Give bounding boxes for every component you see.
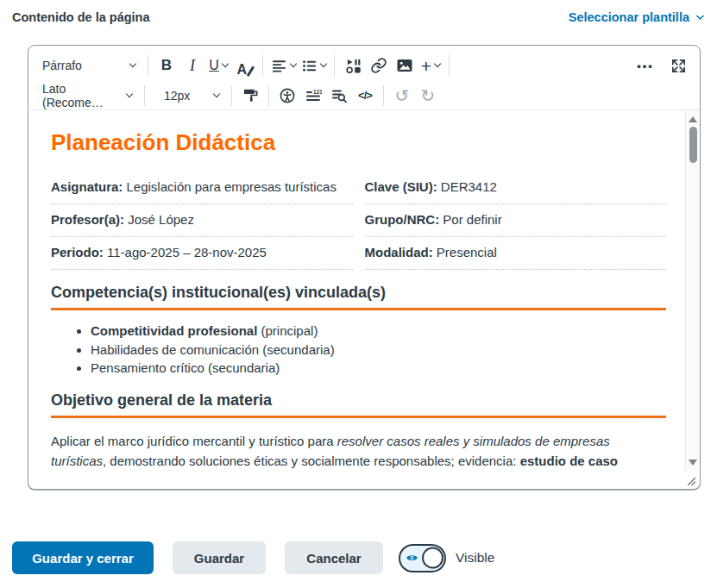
visible-toggle[interactable] <box>399 544 446 572</box>
document-content[interactable]: Planeación Didáctica Asignatura: Legisla… <box>28 110 685 471</box>
toolbar-divider <box>449 55 450 76</box>
html-editor-button[interactable]: </> <box>352 84 378 108</box>
paragraph-style-value: Párrafo <box>42 59 82 72</box>
editor-toolbar: Párrafo B I U A <box>28 46 700 110</box>
format-painter-icon <box>242 87 259 103</box>
field-label: Modalidad: <box>365 245 433 260</box>
link-button[interactable] <box>366 53 392 78</box>
chevron-down-icon <box>129 60 136 67</box>
font-size-value: 12px <box>164 89 190 103</box>
media-button[interactable] <box>340 53 366 78</box>
table-cell: Periodo: 11-ago-2025 – 28-nov-2025 <box>51 237 353 270</box>
text-color-icon <box>247 66 255 76</box>
section-heading-objetivo: Objetivo general de la materia <box>51 391 666 418</box>
field-value: José López <box>124 212 194 227</box>
document-title: Planeación Didáctica <box>51 129 666 156</box>
cancel-button[interactable]: Cancelar <box>285 541 383 574</box>
toolbar-divider <box>262 55 263 76</box>
toolbar-divider <box>268 85 269 106</box>
editor-statusbar <box>28 471 700 489</box>
find-replace-button[interactable] <box>326 84 352 108</box>
word-count-icon: 123 <box>305 87 322 104</box>
align-left-icon <box>271 58 287 74</box>
table-cell: Clave (SIU): DER3412 <box>365 172 667 204</box>
paragraph-bold-text: estudio de caso <box>520 454 618 468</box>
list-button[interactable] <box>299 53 329 78</box>
redo-button[interactable]: ↻ <box>415 84 441 108</box>
field-label: Grupo/NRC: <box>365 212 440 227</box>
toolbar-row-2: Lato (Recome… 12px <box>37 81 691 109</box>
chevron-down-icon <box>320 60 327 67</box>
accessibility-checker-button[interactable] <box>274 84 300 108</box>
toolbar-divider <box>148 55 148 76</box>
media-record-icon <box>345 58 362 74</box>
image-icon <box>396 57 413 74</box>
page-header: Contenido de la página Seleccionar plant… <box>0 0 717 31</box>
text-color-button[interactable]: A <box>231 53 257 78</box>
chevron-down-icon <box>696 11 705 20</box>
eye-icon <box>406 553 418 563</box>
toolbar-divider <box>144 85 145 106</box>
paragraph-text: , demostrando soluciones éticas y social… <box>103 454 520 468</box>
competencias-list: Competitividad profesional (principal) H… <box>91 322 666 378</box>
scrollbar-thumb[interactable] <box>689 127 697 163</box>
more-options-button[interactable]: ••• <box>632 53 658 78</box>
table-cell: Modalidad: Presencial <box>365 237 667 270</box>
underline-icon: U <box>209 58 219 73</box>
footer-actions: Guardar y cerrar Guardar Cancelar Visibl… <box>12 541 494 574</box>
list-item: Competitividad profesional (principal) <box>91 322 666 341</box>
page: Contenido de la página Seleccionar plant… <box>0 0 717 588</box>
link-icon <box>370 57 387 74</box>
paragraph-text: Aplicar el marco jurídico mercantil y tu… <box>51 434 337 448</box>
resize-handle[interactable] <box>687 477 696 486</box>
list-item: Habilidades de comunicación (secundaria) <box>91 341 666 360</box>
save-and-close-button[interactable]: Guardar y cerrar <box>12 541 154 574</box>
plus-icon: + <box>421 57 431 75</box>
document-search-icon <box>330 87 348 104</box>
accessibility-icon <box>279 87 296 104</box>
field-label: Profesor(a): <box>51 212 124 227</box>
toolbar-divider <box>334 55 335 76</box>
scroll-up-arrow[interactable] <box>689 116 697 122</box>
chevron-down-icon <box>290 60 297 67</box>
insert-button[interactable]: + <box>418 53 443 78</box>
word-count-button[interactable]: 123 <box>300 84 326 108</box>
chevron-down-icon <box>222 60 229 67</box>
align-button[interactable] <box>268 53 299 78</box>
image-button[interactable] <box>392 53 418 78</box>
bullet-text: Pensamiento crítico (secundaria) <box>91 360 280 375</box>
section-heading-competencias: Competencia(s) institucional(es) vincula… <box>51 284 666 310</box>
field-value: Por definir <box>439 212 502 227</box>
scroll-down-arrow[interactable] <box>689 460 697 466</box>
fullscreen-button[interactable] <box>665 53 691 78</box>
field-value: Presencial <box>433 245 497 260</box>
course-info-table: Asignatura: Legislación para empresas tu… <box>51 172 666 270</box>
objetivo-paragraph: Aplicar el marco jurídico mercantil y tu… <box>51 431 655 472</box>
paragraph-style-dropdown[interactable]: Párrafo <box>37 53 142 78</box>
list-item: Pensamiento crítico (secundaria) <box>91 359 666 378</box>
font-family-dropdown[interactable]: Lato (Recome… <box>37 84 139 108</box>
font-size-dropdown[interactable]: 12px <box>159 84 226 108</box>
font-family-value: Lato (Recome… <box>42 82 127 109</box>
undo-button[interactable]: ↺ <box>389 84 415 108</box>
format-painter-button[interactable] <box>237 84 263 108</box>
chevron-down-icon <box>434 60 441 67</box>
bullet-text: Habilidades de comunicación (secundaria) <box>91 342 335 357</box>
toggle-knob[interactable] <box>422 547 443 569</box>
editor-scrollbar[interactable] <box>685 110 700 471</box>
fullscreen-expand-icon <box>670 58 687 74</box>
field-label: Periodo: <box>51 245 104 260</box>
bullet-bold-text: Competitividad profesional <box>91 323 257 338</box>
bold-button[interactable]: B <box>154 53 179 78</box>
field-value: DER3412 <box>437 179 497 194</box>
field-value: 11-ago-2025 – 28-nov-2025 <box>104 245 267 260</box>
select-template-label: Seleccionar plantilla <box>569 10 689 24</box>
field-label: Clave (SIU): <box>365 179 437 194</box>
toolbar-row-1: Párrafo B I U A <box>37 50 691 81</box>
underline-button[interactable]: U <box>205 53 231 78</box>
table-cell: Asignatura: Legislación para empresas tu… <box>51 172 353 204</box>
bullet-text: (principal) <box>257 323 318 338</box>
select-template-link[interactable]: Seleccionar plantilla <box>569 10 703 24</box>
italic-button[interactable]: I <box>179 53 205 78</box>
save-button[interactable]: Guardar <box>173 541 266 574</box>
